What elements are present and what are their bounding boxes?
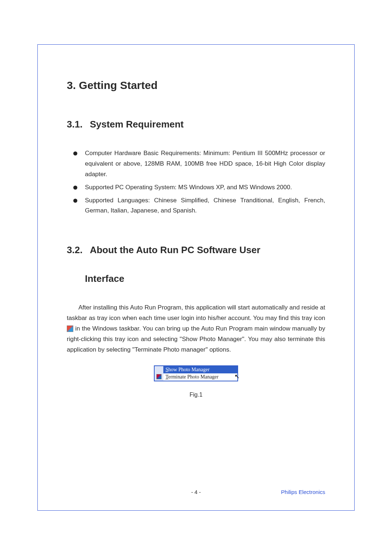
page-number: - 4 - (191, 489, 201, 495)
list-item: Supported PC Operating System: MS Window… (73, 182, 325, 193)
document-page: 3. Getting Started 3.1.System Requiremen… (0, 0, 392, 555)
section-number: 3.1. (67, 119, 82, 130)
menu-item-terminate-photo-manager[interactable]: Terminate Photo Manager (163, 373, 237, 381)
section-3-1-title: 3.1.System Requirement (67, 119, 325, 130)
tray-icon (67, 325, 73, 332)
cursor-icon: ↖ (234, 373, 240, 380)
page-footer: - 4 - Philips Electronics (38, 489, 354, 495)
requirements-list: Computer Hardware Basic Requirements: Mi… (67, 148, 325, 216)
section-title-text: System Requirement (90, 119, 184, 130)
context-menu-items: Show Photo Manager Terminate Photo Manag… (163, 366, 237, 381)
page-frame: 3. Getting Started 3.1.System Requiremen… (37, 44, 355, 511)
para-text-before: After installing this Auto Run Program, … (67, 304, 325, 321)
menu-item-show-photo-manager[interactable]: Show Photo Manager (163, 366, 237, 373)
section-title-text-line2: Interface (85, 273, 325, 284)
menu-accelerator: S (166, 367, 168, 372)
context-menu: Show Photo Manager Terminate Photo Manag… (154, 365, 238, 381)
section-number: 3.2. (67, 244, 82, 256)
photo-manager-icon (156, 374, 162, 379)
figure-caption: Fig.1 (189, 392, 203, 398)
list-item: Supported Languages: Chinese Simplified,… (73, 195, 325, 216)
figure-1: Show Photo Manager Terminate Photo Manag… (67, 365, 325, 398)
chapter-title: 3. Getting Started (67, 79, 325, 92)
para-text-after: in the Windows taskbar. You can bring up… (67, 325, 325, 353)
list-item: Computer Hardware Basic Requirements: Mi… (73, 148, 325, 180)
footer-brand: Philips Electronics (281, 489, 325, 495)
menu-label-rest: erminate Photo Manager (168, 374, 219, 380)
section-3-2-paragraph: After installing this Auto Run Program, … (67, 303, 325, 355)
section-title-text-line1: About the Auto Run PC Software User (90, 244, 260, 255)
context-menu-gutter (155, 366, 163, 381)
menu-label-rest: how Photo Manager (168, 367, 210, 372)
menu-accelerator: T (166, 374, 168, 380)
section-3-2-title: 3.2.About the Auto Run PC Software User … (67, 244, 325, 284)
